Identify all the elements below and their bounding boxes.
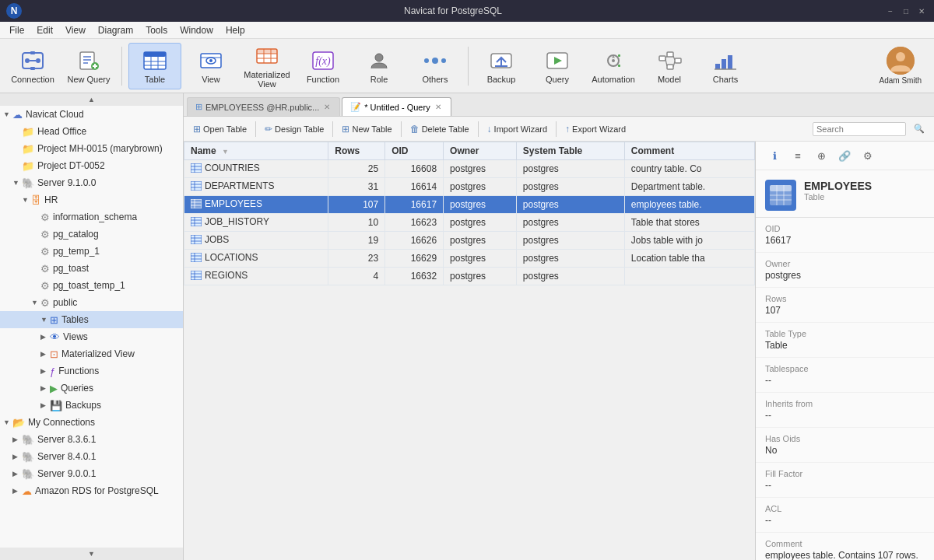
toolbar-new-query[interactable]: New Query [62, 43, 115, 89]
table-row[interactable]: JOBS1916626postgrespostgresJobs table wi… [184, 232, 755, 250]
sidebar-my-connections[interactable]: ▼ 📂 My Connections [0, 414, 183, 431]
toolbar-view[interactable]: View [184, 43, 237, 89]
col-name[interactable]: Name ▼ [184, 142, 328, 160]
sidebar-schema-info[interactable]: ⚙ information_schema [0, 208, 183, 226]
toolbar-charts[interactable]: Charts [699, 43, 752, 89]
mat-view-label: Materialized View [61, 348, 135, 359]
model-icon [657, 50, 682, 72]
toolbar-table[interactable]: Table [128, 43, 181, 89]
sidebar-schema-pg-temp[interactable]: ⚙ pg_temp_1 [0, 243, 183, 260]
search-icon: 🔍 [914, 124, 925, 134]
export-wizard-btn[interactable]: ↑ Export Wizard [560, 122, 630, 136]
menu-file[interactable]: File [3, 23, 30, 37]
col-rows[interactable]: Rows [328, 142, 385, 160]
toolbar-model[interactable]: Model [643, 43, 696, 89]
rp-info-btn[interactable]: ℹ [765, 146, 784, 165]
sidebar-hr-db[interactable]: ▼ 🗄 HR [0, 191, 183, 208]
toolbar-others[interactable]: Others [409, 43, 462, 89]
rp-fk-btn[interactable]: 🔗 [835, 146, 854, 165]
sidebar-server-8401[interactable]: ▶ 🐘 Server 8.4.0.1 [0, 448, 183, 465]
server-8361-label: Server 8.3.6.1 [37, 434, 96, 445]
sidebar-queries[interactable]: ▶ ▶ Queries [0, 380, 183, 397]
table-row[interactable]: DEPARTMENTS3116614postgrespostgresDepart… [184, 178, 755, 196]
sidebar-mat-view[interactable]: ▶ ⊡ Materialized View [0, 345, 183, 362]
sidebar-server-8361[interactable]: ▶ 🐘 Server 8.3.6.1 [0, 431, 183, 448]
menu-window[interactable]: Window [174, 23, 219, 37]
sidebar-views[interactable]: ▶ 👁 Views [0, 328, 183, 345]
table-cell: postgres [444, 232, 517, 250]
sidebar-server-9001[interactable]: ▶ 🐘 Server 9.0.0.1 [0, 465, 183, 482]
table-row[interactable]: LOCATIONS2316629postgrespostgresLocation… [184, 250, 755, 268]
sidebar-navicat-cloud[interactable]: ▼ ☁ Navicat Cloud [0, 106, 183, 123]
sidebar-server-9100[interactable]: ▼ 🐘 Server 9.1.0.0 [0, 174, 183, 191]
toolbar-connection[interactable]: Connection [6, 43, 59, 89]
menu-edit[interactable]: Edit [30, 23, 59, 37]
rp-field-value: No [765, 445, 925, 456]
toolbar-role[interactable]: Role [353, 43, 406, 89]
rp-ddl-btn[interactable]: ≡ [788, 146, 807, 165]
rp-field-section: Tablespace-- [756, 358, 934, 393]
svg-rect-78 [191, 253, 202, 262]
open-table-btn[interactable]: ⊞ Open Table [188, 122, 251, 136]
rp-dep-btn[interactable]: ⊕ [812, 146, 830, 165]
head-office-label: Head Office [37, 126, 86, 137]
svg-point-33 [424, 58, 429, 63]
search-input[interactable] [813, 122, 906, 136]
table-row[interactable]: JOB_HISTORY1016623postgrespostgresTable … [184, 214, 755, 232]
minimize-button[interactable]: − [884, 5, 897, 17]
sidebar-scroll-down[interactable]: ▼ [0, 548, 183, 560]
sidebar-head-office[interactable]: 📁 Head Office [0, 123, 183, 140]
sidebar-project-dt[interactable]: 📁 Project DT-0052 [0, 157, 183, 174]
sidebar-amazon-rds[interactable]: ▶ ☁ Amazon RDS for PostgreSQL [0, 482, 183, 499]
maximize-button[interactable]: □ [900, 5, 912, 17]
menu-diagram[interactable]: Diagram [92, 23, 139, 37]
menu-view[interactable]: View [59, 23, 92, 37]
sidebar-project-mh[interactable]: 📁 Project MH-0015 (marybrown) [0, 140, 183, 157]
svg-point-31 [375, 54, 383, 61]
toolbar-function[interactable]: f(x) Function [297, 43, 349, 89]
toolbar-mat-view[interactable]: Materialized View [241, 43, 293, 89]
sidebar-schema-pg-catalog[interactable]: ⚙ pg_catalog [0, 226, 183, 243]
tab-employees-close[interactable]: ✕ [322, 103, 332, 111]
import-wizard-btn[interactable]: ↓ Import Wizard [483, 122, 552, 136]
table-cell: 4 [328, 268, 385, 285]
tab-query-close[interactable]: ✕ [434, 103, 443, 111]
tab-employees[interactable]: ⊞ EMPLOYEESS @HR.public... ✕ [187, 97, 340, 116]
schema-pg-toast-temp-label: pg_toast_temp_1 [53, 280, 125, 291]
col-owner[interactable]: Owner [444, 142, 517, 160]
sidebar-schema-public[interactable]: ▼ ⚙ public [0, 294, 183, 311]
toolbar: Connection New Query [0, 39, 934, 93]
rp-header-info: EMPLOYEES Table [804, 180, 872, 201]
sidebar-tables[interactable]: ▼ ⊞ Tables [0, 311, 183, 328]
col-comment[interactable]: Comment [624, 142, 754, 160]
sidebar-scroll-up[interactable]: ▲ [0, 93, 183, 106]
sidebar-schema-pg-toast-temp[interactable]: ⚙ pg_toast_temp_1 [0, 277, 183, 294]
svg-rect-74 [191, 235, 202, 244]
col-system-table-label: System Table [523, 145, 582, 156]
toolbar-automation[interactable]: Automation [587, 43, 640, 89]
col-oid[interactable]: OID [385, 142, 444, 160]
table-row[interactable]: COUNTRIES2516608postgrespostgrescountry … [184, 160, 755, 178]
toolbar-automation-label: Automation [592, 75, 635, 84]
toolbar-query[interactable]: Query [531, 43, 584, 89]
tab-query[interactable]: 📝 * Untitled - Query ✕ [342, 97, 451, 116]
menu-tools[interactable]: Tools [139, 23, 174, 37]
sidebar-backups[interactable]: ▶ 💾 Backups [0, 397, 183, 414]
design-table-label: Design Table [275, 124, 324, 134]
toolbar-backup[interactable]: Backup [475, 43, 528, 89]
col-system-table[interactable]: System Table [516, 142, 624, 160]
menu-help[interactable]: Help [219, 23, 251, 37]
svg-rect-62 [191, 181, 202, 191]
new-table-btn[interactable]: ⊞ New Table [337, 122, 396, 136]
view-icon [198, 50, 223, 72]
delete-table-btn[interactable]: 🗑 Delete Table [406, 122, 474, 136]
close-button[interactable]: ✕ [915, 5, 928, 17]
table-row[interactable]: REGIONS416632postgrespostgres [184, 268, 755, 285]
user-avatar-area[interactable]: Adam Smith [880, 47, 922, 85]
sidebar-functions[interactable]: ▶ ƒ Functions [0, 362, 183, 380]
sidebar-schema-pg-toast[interactable]: ⚙ pg_toast [0, 260, 183, 277]
table-row[interactable]: EMPLOYEES10716617postgrespostgresemploye… [184, 196, 755, 214]
design-table-btn[interactable]: ✏ Design Table [260, 122, 328, 136]
rp-trigger-btn[interactable]: ⚙ [859, 146, 877, 165]
search-button[interactable]: 🔍 [909, 122, 929, 135]
